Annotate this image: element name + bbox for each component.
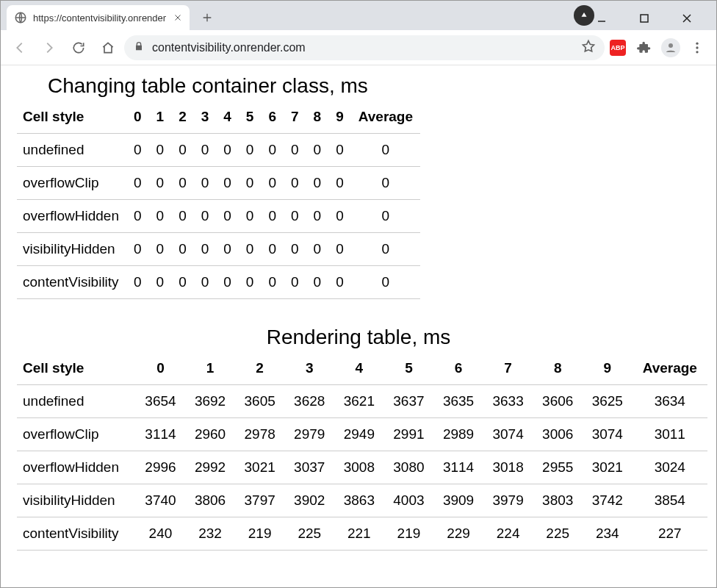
cell-value: 0	[194, 233, 217, 266]
table-row: undefined3654369236053628362136373635363…	[17, 385, 707, 418]
cell-average: 0	[351, 266, 420, 299]
cell-value: 3797	[235, 484, 285, 517]
column-header: 4	[334, 352, 384, 385]
reload-button[interactable]	[65, 35, 92, 61]
row-label: overflowClip	[17, 418, 136, 451]
cell-value: 2955	[533, 451, 583, 484]
cell-value: 0	[328, 233, 351, 266]
cell-value: 0	[328, 134, 351, 167]
cell-value: 0	[149, 200, 172, 233]
cell-value: 3074	[583, 418, 633, 451]
column-header: 8	[306, 101, 329, 134]
page-content[interactable]: Changing table container class, ms Cell …	[1, 65, 716, 587]
column-header: 3	[194, 101, 217, 134]
cell-value: 2978	[235, 418, 285, 451]
cell-value: 3621	[334, 385, 384, 418]
cell-value: 240	[136, 517, 186, 551]
cell-value: 0	[149, 167, 172, 200]
abp-extension-icon[interactable]: ABP	[608, 37, 628, 58]
cell-value: 2960	[185, 418, 235, 451]
new-tab-button[interactable]	[197, 7, 217, 28]
cell-value: 3628	[284, 385, 334, 418]
browser-tab[interactable]: https://contentvisibility.onrender	[7, 5, 190, 30]
back-button[interactable]	[7, 35, 33, 61]
row-label: visibilityHidden	[17, 484, 136, 517]
cell-value: 0	[194, 167, 217, 200]
cell-value: 4003	[384, 484, 434, 517]
cell-value: 2991	[384, 418, 434, 451]
table-row: contentVisibility00000000000	[17, 266, 420, 299]
cell-average: 0	[351, 134, 420, 167]
cell-value: 0	[126, 266, 149, 299]
home-button[interactable]	[95, 35, 121, 61]
profile-avatar-button[interactable]	[660, 37, 681, 58]
cell-average: 0	[351, 200, 420, 233]
cell-value: 0	[306, 266, 329, 299]
tab-close-icon[interactable]	[172, 12, 184, 24]
svg-rect-1	[641, 15, 648, 22]
svg-point-5	[696, 51, 698, 53]
cell-value: 0	[171, 233, 194, 266]
bookmark-star-icon[interactable]	[581, 39, 596, 57]
cell-value: 225	[284, 517, 334, 551]
cell-value: 0	[149, 233, 172, 266]
cell-value: 2979	[284, 418, 334, 451]
cell-value: 2949	[334, 418, 384, 451]
cell-value: 3037	[284, 451, 334, 484]
table-row: visibilityHidden374038063797390238634003…	[17, 484, 707, 517]
cell-value: 0	[171, 134, 194, 167]
column-header: 9	[583, 352, 633, 385]
cell-value: 3114	[136, 418, 186, 451]
cell-value: 0	[261, 134, 284, 167]
table-row: overflowClip3114296029782979294929912989…	[17, 418, 707, 451]
tabs-row: https://contentvisibility.onrender	[1, 1, 217, 30]
cell-value: 0	[261, 233, 284, 266]
cell-value: 3863	[334, 484, 384, 517]
cell-value: 3635	[433, 385, 483, 418]
cell-value: 0	[328, 266, 351, 299]
cell-value: 225	[533, 517, 583, 551]
cell-value: 0	[149, 266, 172, 299]
forward-button[interactable]	[36, 35, 62, 61]
svg-point-3	[696, 42, 698, 44]
cell-value: 3654	[136, 385, 186, 418]
cell-value: 0	[239, 200, 262, 233]
column-header: 8	[533, 352, 583, 385]
cell-value: 0	[261, 167, 284, 200]
cell-value: 3114	[433, 451, 483, 484]
row-label: overflowHidden	[17, 451, 136, 484]
cell-value: 3625	[583, 385, 633, 418]
cell-value: 3606	[533, 385, 583, 418]
table2-title: Rendering table, ms	[15, 326, 702, 349]
cell-average: 227	[633, 517, 707, 551]
column-header: 5	[239, 101, 262, 134]
cell-value: 0	[261, 200, 284, 233]
toolbar: contentvisibility.onrender.com ABP	[1, 30, 716, 65]
cell-average: 3024	[633, 451, 707, 484]
table-row: contentVisibility24023221922522121922922…	[17, 517, 707, 551]
row-label: contentVisibility	[17, 517, 136, 551]
cell-value: 0	[194, 266, 217, 299]
close-button[interactable]	[674, 8, 700, 29]
cell-value: 3637	[384, 385, 434, 418]
row-label: undefined	[17, 385, 136, 418]
cell-value: 3018	[483, 451, 533, 484]
cell-value: 2996	[136, 451, 186, 484]
minimize-button[interactable]	[588, 8, 615, 29]
cell-value: 3006	[533, 418, 583, 451]
cell-value: 232	[185, 517, 235, 551]
url-text: contentvisibility.onrender.com	[152, 41, 306, 54]
table1: Cell style0123456789Average undefined000…	[17, 101, 420, 299]
maximize-button[interactable]	[631, 8, 657, 29]
cell-value: 229	[433, 517, 483, 551]
cell-value: 3806	[185, 484, 235, 517]
kebab-menu-button[interactable]	[684, 35, 710, 61]
cell-value: 0	[284, 233, 306, 266]
extensions-button[interactable]	[631, 35, 657, 61]
row-label: visibilityHidden	[17, 233, 126, 266]
address-bar[interactable]: contentvisibility.onrender.com	[124, 35, 605, 60]
cell-value: 0	[216, 266, 239, 299]
cell-value: 0	[261, 266, 284, 299]
cell-value: 0	[284, 134, 306, 167]
cell-value: 0	[126, 200, 149, 233]
